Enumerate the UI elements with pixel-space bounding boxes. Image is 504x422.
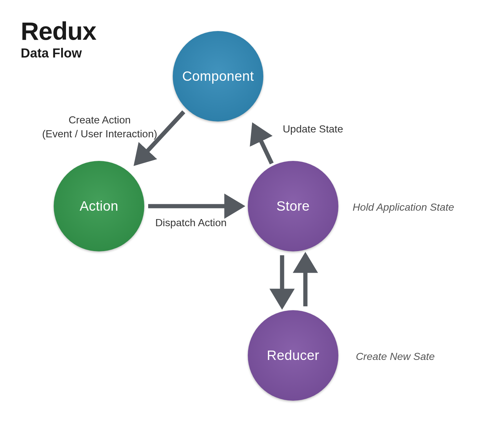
node-store: Store (248, 161, 338, 251)
diagram-title: Redux (21, 18, 96, 45)
diagram-subtitle: Data Flow (21, 46, 96, 60)
node-action: Action (54, 161, 144, 251)
node-component-label: Component (182, 69, 254, 84)
label-update-state: Update State (283, 122, 343, 136)
label-store-note: Hold Application State (353, 200, 454, 214)
label-reducer-note: Create New Sate (356, 350, 435, 364)
label-create-action-line2: (Event / User Interaction) (32, 127, 168, 141)
arrow-store-to-component (254, 125, 272, 164)
node-component: Component (173, 31, 263, 121)
node-reducer-label: Reducer (267, 348, 319, 363)
label-create-action: Create Action (Event / User Interaction) (32, 113, 168, 141)
diagram-title-block: Redux Data Flow (21, 18, 96, 60)
node-reducer: Reducer (248, 310, 338, 401)
label-create-action-line1: Create Action (32, 113, 168, 127)
label-dispatch-action: Dispatch Action (155, 216, 227, 230)
node-action-label: Action (80, 198, 118, 214)
node-store-label: Store (277, 198, 310, 214)
